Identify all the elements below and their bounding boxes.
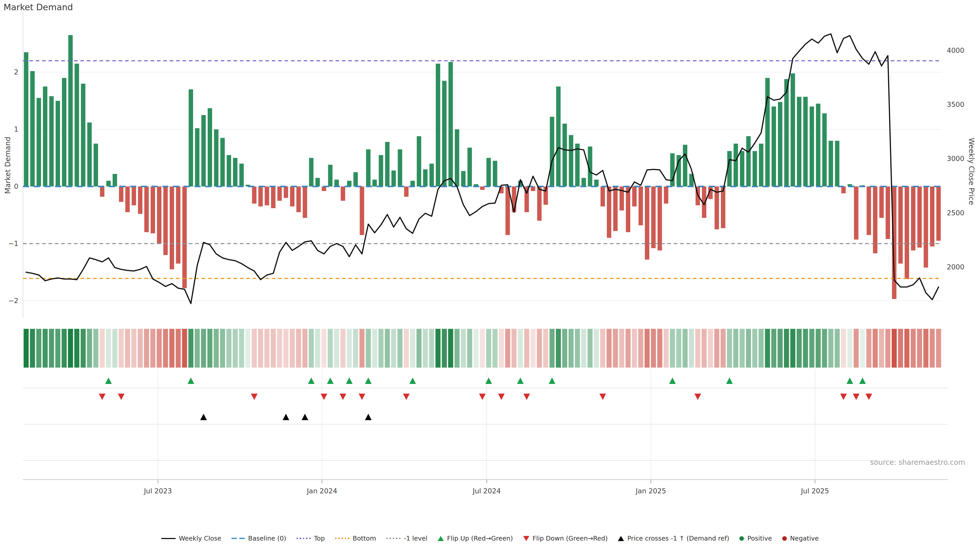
heatmap-cell: [531, 329, 536, 368]
demand-bar: [81, 84, 85, 186]
demand-bar: [62, 78, 66, 186]
right-tick-label: 3500: [947, 100, 964, 108]
demand-bar: [132, 186, 136, 205]
heatmap-cell: [264, 329, 269, 368]
heatmap-cell: [258, 329, 263, 368]
heatmap-cell: [594, 329, 599, 368]
flip-down-marker: [523, 394, 530, 400]
heatmap-cell: [733, 329, 738, 368]
demand-bar: [68, 35, 73, 186]
heatmap-cell: [663, 329, 669, 368]
demand-bar: [252, 186, 256, 203]
legend-item-1: Baseline (0): [231, 535, 286, 542]
demand-bar: [645, 186, 649, 260]
heatmap-cell: [632, 329, 637, 368]
demand-bar: [398, 149, 402, 186]
flip-up-marker: [549, 378, 555, 384]
heatmap-cell: [62, 329, 67, 368]
heatmap-cell: [442, 329, 447, 368]
demand-bar: [746, 136, 751, 186]
demand-bar: [657, 186, 662, 251]
heatmap-cell: [315, 329, 320, 368]
demand-bar: [258, 186, 262, 206]
demand-bar: [550, 117, 554, 186]
heatmap-cell: [752, 329, 757, 368]
heatmap-cell: [911, 329, 916, 368]
heatmap-cell: [321, 329, 326, 368]
heatmap-cell: [131, 329, 137, 368]
flip-down-marker: [118, 394, 124, 400]
heatmap-cell: [372, 329, 377, 368]
demand-bar: [75, 64, 79, 186]
demand-bar: [835, 141, 839, 186]
x-tick-label: Jul 2023: [143, 487, 172, 495]
legend-label: Negative: [790, 535, 819, 542]
flip-down-marker: [853, 394, 859, 400]
heatmap-cell: [448, 329, 453, 368]
heatmap-cell: [68, 329, 73, 368]
demand-bar: [632, 186, 636, 206]
heatmap-cell: [385, 329, 390, 368]
demand-bar: [37, 98, 41, 186]
legend-dotted-swatch: [335, 538, 349, 539]
demand-bar: [600, 186, 605, 206]
heatmap-cell: [283, 329, 288, 368]
legend-label: Flip Up (Red→Green): [447, 535, 513, 542]
heatmap-cell: [607, 329, 612, 368]
event-markers: [99, 378, 872, 420]
legend-dash-swatch: [231, 538, 245, 539]
demand-bar: [220, 138, 224, 186]
heatmap-cell: [157, 329, 162, 368]
heatmap-cell: [100, 329, 105, 368]
heatmap-cell: [613, 329, 618, 368]
demand-bar: [170, 186, 174, 269]
heatmap-cell: [740, 329, 745, 368]
right-axis-title: Weekly Close Price: [967, 138, 976, 205]
flip-up-marker: [726, 378, 733, 384]
heatmap-cell: [759, 329, 764, 368]
weekly-close-line: [26, 34, 939, 303]
heatmap-cell: [220, 329, 225, 368]
flip-down-marker: [321, 394, 327, 400]
legend-label: Flip Down (Green→Red): [533, 535, 608, 542]
legend-item-3: Bottom: [335, 535, 376, 542]
legend-label: Top: [314, 535, 325, 542]
flip-down-marker: [340, 394, 346, 400]
heatmap-cell: [81, 329, 86, 368]
heatmap-cell: [936, 329, 941, 368]
page-title: Market Demand: [3, 2, 73, 12]
legend-item-2: Top: [297, 535, 325, 542]
heatmap-cell: [473, 329, 479, 368]
heatmap-cell: [467, 329, 472, 368]
heatmap-cell: [296, 329, 301, 368]
heatmap-cell: [56, 329, 60, 368]
legend-label: Weekly Close: [179, 535, 221, 542]
heatmap-cell: [169, 329, 175, 368]
flip-down-marker: [99, 394, 105, 400]
demand-heatmap-strip: [24, 329, 941, 368]
heatmap-cell: [74, 329, 80, 368]
heatmap-cell: [49, 329, 54, 368]
heatmap-cell: [835, 329, 840, 368]
demand-bar: [417, 136, 421, 186]
legend-item-7: Price crosses -1 ↑ (Demand ref): [618, 535, 729, 542]
demand-bar: [487, 158, 491, 186]
heatmap-cell: [543, 329, 548, 368]
flip-down-marker: [865, 394, 872, 400]
demand-bar: [182, 186, 186, 288]
heatmap-cell: [537, 329, 542, 368]
demand-bar: [157, 186, 161, 244]
demand-bar: [898, 186, 903, 264]
heatmap-cell: [676, 329, 681, 368]
demand-bar: [189, 89, 193, 186]
flip-up-marker: [409, 378, 416, 384]
left-tick-label: 2: [14, 68, 18, 76]
heatmap-cell: [87, 329, 92, 368]
heatmap-cell: [645, 329, 650, 368]
flip-up-marker: [105, 378, 112, 384]
demand-bar: [144, 186, 148, 232]
heatmap-cell: [917, 329, 922, 368]
heatmap-cell: [213, 329, 219, 368]
heatmap-cell: [30, 329, 35, 368]
demand-bar: [607, 186, 611, 238]
